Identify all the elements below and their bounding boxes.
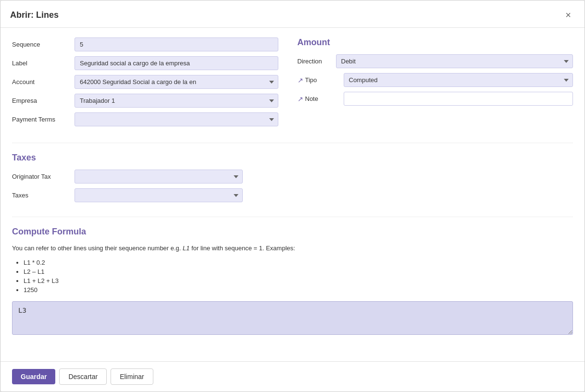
taxes-select[interactable]	[75, 188, 243, 202]
tipo-select[interactable]: Computed Fixed Python Code	[344, 73, 573, 87]
example-1: L1 * 0.2	[24, 259, 573, 266]
originator-tax-row: Originator Tax	[12, 170, 573, 184]
taxes-section: Taxes Originator Tax Taxes	[12, 153, 573, 202]
dialog-title: Abrir: Lines	[10, 10, 59, 20]
direction-row: Direction Debit Credit	[298, 54, 573, 68]
empresa-select[interactable]: Trabajador 1	[75, 94, 278, 108]
top-form-grid: Sequence Label Account 642000 Seguridad …	[12, 37, 573, 131]
divider-2	[12, 217, 573, 217]
dialog-body: Sequence Label Account 642000 Seguridad …	[0, 28, 585, 361]
sequence-input[interactable]	[75, 37, 278, 51]
sequence-row: Sequence	[12, 37, 278, 51]
dialog-header: Abrir: Lines ×	[0, 0, 585, 28]
compute-formula-title: Compute Formula	[12, 227, 573, 237]
note-input[interactable]	[344, 92, 573, 106]
label-label: Label	[12, 60, 75, 67]
account-select[interactable]: 642000 Seguridad Social a cargo de la en	[75, 75, 278, 89]
account-row: Account 642000 Seguridad Social a cargo …	[12, 75, 278, 89]
originator-tax-select[interactable]	[75, 170, 243, 184]
save-button[interactable]: Guardar	[12, 369, 55, 384]
payment-terms-row: Payment Terms	[12, 112, 278, 126]
divider-1	[12, 143, 573, 143]
account-label: Account	[12, 78, 75, 86]
taxes-label: Taxes	[12, 192, 75, 199]
empresa-label: Empresa	[12, 97, 75, 104]
close-button[interactable]: ×	[561, 8, 575, 22]
originator-tax-label: Originator Tax	[12, 173, 75, 180]
payment-terms-label: Payment Terms	[12, 116, 75, 123]
delete-button[interactable]: Eliminar	[111, 368, 153, 385]
sequence-label: Sequence	[12, 41, 75, 48]
note-label: Note	[305, 95, 344, 102]
example-2: L2 – L1	[24, 268, 573, 275]
example-3: L1 + L2 + L3	[24, 277, 573, 284]
label-input[interactable]	[75, 56, 278, 70]
taxes-row: Taxes	[12, 188, 573, 202]
left-section: Sequence Label Account 642000 Seguridad …	[12, 37, 293, 131]
taxes-title: Taxes	[12, 153, 573, 163]
payment-terms-select[interactable]	[75, 112, 278, 126]
dialog-footer: Guardar Descartar Eliminar	[0, 361, 585, 392]
tipo-external-link-icon[interactable]: ↗	[298, 76, 303, 84]
direction-select[interactable]: Debit Credit	[336, 54, 573, 68]
empresa-row: Empresa Trabajador 1	[12, 94, 278, 108]
compute-formula-section: Compute Formula You can refer to other l…	[12, 227, 573, 336]
label-row: Label	[12, 56, 278, 70]
tipo-row: ↗ Tipo Computed Fixed Python Code	[298, 73, 573, 87]
dialog-container: Abrir: Lines × Sequence Label Account 64…	[0, 0, 585, 392]
note-row: ↗ Note	[298, 92, 573, 106]
discard-button[interactable]: Descartar	[59, 368, 107, 385]
note-external-link-icon[interactable]: ↗	[298, 95, 303, 103]
example-4: 1250	[24, 286, 573, 294]
tipo-label: Tipo	[305, 76, 344, 84]
amount-section: Amount Direction Debit Credit ↗ Tipo Com…	[293, 37, 573, 131]
amount-title: Amount	[298, 37, 573, 48]
formula-description: You can refer to other lines using their…	[12, 244, 573, 253]
direction-label: Direction	[298, 58, 336, 65]
formula-textarea[interactable]: L3	[12, 301, 573, 335]
formula-examples-list: L1 * 0.2 L2 – L1 L1 + L2 + L3 1250	[24, 259, 573, 294]
